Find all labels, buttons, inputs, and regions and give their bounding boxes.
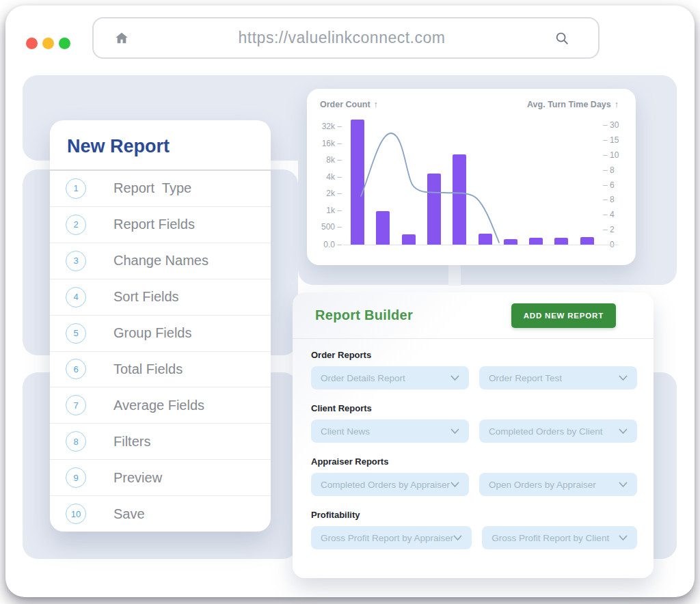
left-tick: 2k: [326, 189, 342, 198]
dropdown-gross-profit-report-by-appraiser[interactable]: Gross Profit Report by Appraiser: [311, 526, 472, 549]
zoom-window-button[interactable]: [59, 38, 70, 49]
dropdown-completed-orders-by-client[interactable]: Completed Orders by Client: [479, 420, 637, 443]
chevron-down-icon: [619, 428, 628, 435]
dropdown-order-details-report[interactable]: Order Details Report: [311, 366, 469, 389]
report-section: Order Reports Order Details Report Order…: [311, 350, 637, 389]
step-number-badge: 6: [66, 359, 86, 379]
chevron-down-icon: [619, 375, 628, 381]
home-icon[interactable]: [114, 31, 129, 46]
step-number-badge: 10: [66, 504, 86, 524]
step-number-badge: 2: [66, 215, 86, 235]
dropdown-open-orders-by-appraiser[interactable]: Open Orders by Appraiser: [479, 473, 637, 496]
left-tick: 16k: [322, 139, 342, 148]
chevron-down-icon: [453, 535, 462, 541]
step-preview[interactable]: 9 Preview: [50, 460, 271, 496]
step-total-fields[interactable]: 6 Total Fields: [50, 352, 271, 388]
wizard-steps-list: 1 Report Type 2 Report Fields 3 Change N…: [50, 171, 271, 532]
report-section: Appraiser Reports Completed Orders by Ap…: [311, 456, 637, 496]
step-sort-fields[interactable]: 4 Sort Fields: [50, 279, 271, 316]
chevron-down-icon: [450, 482, 459, 488]
step-save[interactable]: 10 Save: [50, 496, 271, 532]
left-tick: 0.0: [323, 240, 342, 249]
report-builder-card: Report Builder ADD NEW REPORT Order Repo…: [293, 292, 654, 578]
report-section: Profitability Gross Profit Report by App…: [311, 510, 637, 549]
add-new-report-button[interactable]: ADD NEW REPORT: [511, 303, 616, 328]
dropdown-client-news[interactable]: Client News: [311, 420, 469, 443]
left-tick: 1k: [326, 206, 342, 215]
card-connector: [448, 264, 461, 286]
section-label: Order Reports: [311, 350, 637, 360]
chart-trend-line: [349, 89, 619, 245]
report-section: Client Reports Client News Completed Ord…: [311, 403, 637, 443]
chevron-down-icon: [450, 428, 459, 435]
search-icon[interactable]: [554, 31, 569, 46]
left-tick: 32k: [322, 122, 342, 131]
new-report-title: New Report: [50, 120, 271, 171]
dropdown-order-report-test[interactable]: Order Report Test: [479, 366, 637, 389]
minimize-window-button[interactable]: [42, 38, 54, 49]
left-axis-ticks: 32k16k8k4k2k1k5000.0: [307, 89, 342, 265]
dropdown-gross-profit-report-by-client[interactable]: Gross Profit Report by Client: [482, 526, 637, 549]
left-tick: 4k: [326, 172, 342, 182]
url-text[interactable]: https://valuelinkconnect.com: [129, 29, 554, 47]
step-number-badge: 1: [66, 178, 86, 199]
step-number-badge: 7: [66, 395, 86, 415]
step-group-fields[interactable]: 5 Group Fields: [50, 316, 271, 352]
step-number-badge: 4: [66, 287, 86, 307]
close-window-button[interactable]: [26, 38, 38, 49]
left-tick: 8k: [326, 155, 342, 165]
step-number-badge: 5: [66, 323, 86, 344]
step-number-badge: 9: [66, 467, 86, 488]
browser-window: https://valuelinkconnect.com Order Count…: [5, 5, 695, 597]
address-bar[interactable]: https://valuelinkconnect.com: [92, 17, 600, 59]
section-label: Client Reports: [311, 403, 637, 413]
orders-chart-card: Order Count↑ Avg. Turn Time Days↑ 32k16k…: [307, 89, 636, 265]
step-report-fields[interactable]: 2 Report Fields: [50, 207, 271, 243]
step-number-badge: 8: [66, 431, 86, 452]
section-label: Appraiser Reports: [311, 456, 637, 467]
report-builder-title: Report Builder: [315, 307, 413, 323]
chevron-down-icon: [450, 375, 459, 381]
section-label: Profitability: [311, 510, 637, 520]
chevron-down-icon: [619, 535, 628, 541]
step-average-fields[interactable]: 7 Average Fields: [50, 387, 271, 424]
left-tick: 500: [321, 222, 342, 232]
step-report-type[interactable]: 1 Report Type: [50, 171, 271, 207]
report-builder-sections: Order Reports Order Details Report Order…: [293, 339, 654, 549]
step-filters[interactable]: 8 Filters: [50, 424, 271, 460]
chevron-down-icon: [619, 482, 628, 488]
dropdown-completed-orders-by-appraiser[interactable]: Completed Orders by Appraiser: [311, 473, 469, 496]
chart-baseline: [343, 245, 619, 245]
step-change-names[interactable]: 3 Change Names: [50, 243, 271, 279]
step-number-badge: 3: [66, 251, 86, 271]
new-report-card: New Report 1 Report Type 2 Report Fields…: [50, 120, 271, 532]
